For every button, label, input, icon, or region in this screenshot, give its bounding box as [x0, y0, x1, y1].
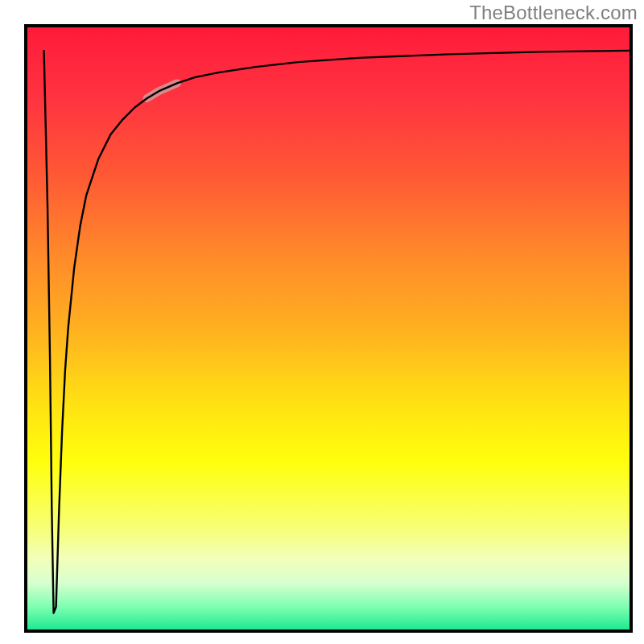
watermark-text: TheBottleneck.com: [469, 2, 638, 24]
plot-background: [26, 26, 631, 631]
chart-frame: TheBottleneck.com: [0, 0, 644, 644]
chart-svg: [0, 0, 644, 644]
